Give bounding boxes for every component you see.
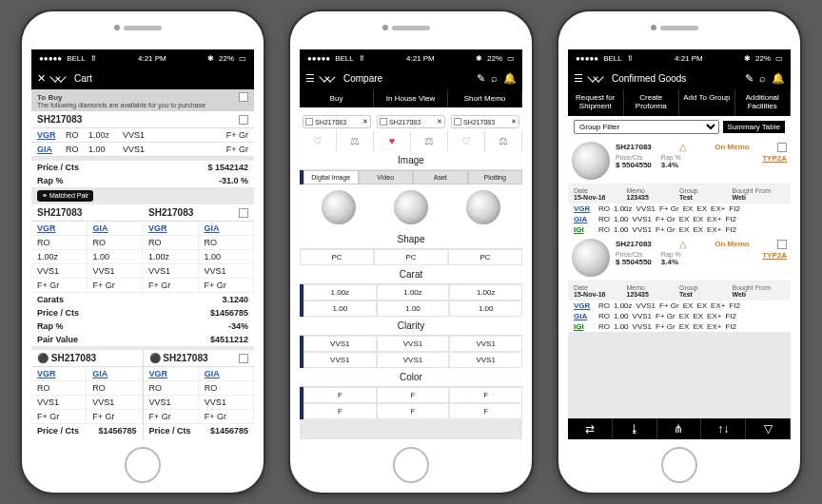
heart-icon-2[interactable]: ♥ xyxy=(374,131,411,151)
bottom-action-bar: ⇄ ⭳ ⋔ ↑↓ ▽ xyxy=(568,418,791,439)
compare-action-icons: ♡⚖ ♥⚖ ♡⚖ xyxy=(300,131,522,151)
group-filter-select[interactable]: Group Filter xyxy=(574,120,719,134)
status-bar: ●●●●●BELL⥣ 4:21 PM ✱22%▭ xyxy=(31,49,254,67)
half-sku-a[interactable]: ⚫ SH217083 xyxy=(31,350,143,367)
sku-row[interactable]: SH217083 xyxy=(31,111,254,128)
bell-icon[interactable]: 🔔 xyxy=(772,72,785,85)
menu-icon[interactable]: ☰ xyxy=(305,72,315,85)
app-header: ☰ Compare ✎ ⌕ 🔔 xyxy=(300,67,522,89)
page-title: Cart xyxy=(74,73,92,84)
tab-buy[interactable]: Buy xyxy=(300,89,374,107)
section-clarity: Clarity xyxy=(300,317,522,336)
compare-tab-1[interactable]: SH217083✕ xyxy=(303,115,371,128)
diamond-image[interactable] xyxy=(466,190,500,224)
tab-proforma[interactable]: Create Proforma xyxy=(624,89,680,116)
tab-facilities[interactable]: Additional Facilities xyxy=(735,89,792,116)
tab-shipment[interactable]: Request for Shipment xyxy=(568,89,624,116)
pair-sku-b[interactable]: SH217083 xyxy=(143,204,254,222)
menu-icon[interactable]: ☰ xyxy=(574,72,583,85)
media-tab-digital[interactable]: Digital Image xyxy=(303,170,359,184)
sort-icon[interactable]: ↑↓ xyxy=(701,418,746,439)
confirmed-item[interactable]: SH217083△On Memo Price/Cts$ 5504550 Rap … xyxy=(568,138,791,184)
status-bar: ●●●●●BELL⥣ 4:21 PM ✱22%▭ xyxy=(568,49,791,67)
logo-icon xyxy=(589,73,606,83)
share-icon[interactable]: ⋔ xyxy=(657,418,702,439)
pair-grade-table: VGRGIAVGRGIA RORORORO 1.00z1.001.00z1.00… xyxy=(31,222,254,293)
filter-icon[interactable]: ▽ xyxy=(746,418,791,439)
media-tab-video[interactable]: Video xyxy=(359,170,414,184)
close-icon[interactable]: ✕ xyxy=(37,72,46,85)
gavel-icon-3[interactable]: ⚖ xyxy=(485,131,522,151)
tab-inhouse[interactable]: In House View xyxy=(374,89,448,107)
to-buy-header: To Buy The following diamonds are availa… xyxy=(31,89,254,111)
edit-icon[interactable]: ✎ xyxy=(745,72,754,85)
search-icon[interactable]: ⌕ xyxy=(759,72,766,84)
confirmed-item[interactable]: SH217083△On Memo Price/Cts$ 5504550 Rap … xyxy=(568,235,791,281)
section-color: Color xyxy=(300,368,522,387)
media-tab-plotting[interactable]: Plotting xyxy=(468,170,523,184)
warning-icon: △ xyxy=(679,239,687,249)
compare-tab-3[interactable]: SH217083✕ xyxy=(451,115,519,128)
gavel-icon-2[interactable]: ⚖ xyxy=(411,131,448,151)
rap-row: Rap %-31.0 % xyxy=(31,174,254,187)
warning-icon: △ xyxy=(679,142,687,152)
page-title: Confirmed Goods xyxy=(612,73,686,84)
search-icon[interactable]: ⌕ xyxy=(491,72,498,84)
summary-table-button[interactable]: Summary Table xyxy=(723,121,785,133)
bell-icon[interactable]: 🔔 xyxy=(503,72,517,85)
media-tabs: Digital Image Video Aset Plotting xyxy=(300,170,522,184)
gavel-icon-1[interactable]: ⚖ xyxy=(337,131,374,151)
exchange-icon[interactable]: ⇄ xyxy=(568,418,613,439)
heart-icon-3[interactable]: ♡ xyxy=(448,131,485,151)
tab-memo[interactable]: Short Memo xyxy=(448,89,522,107)
pair-sku-a[interactable]: SH217083 xyxy=(31,204,143,222)
item-checkbox[interactable] xyxy=(239,115,248,125)
section-carat: Carat xyxy=(300,265,522,284)
diamond-image[interactable] xyxy=(322,190,356,224)
section-image: Image xyxy=(300,151,522,170)
diamond-image[interactable] xyxy=(394,190,428,224)
compare-tab-2[interactable]: SH217083✕ xyxy=(377,115,445,128)
heart-icon-1[interactable]: ♡ xyxy=(300,131,337,151)
status-bar: ●●●●●BELL⥣ 4:21 PM ✱22%▭ xyxy=(300,49,522,67)
app-header: ✕ Cart xyxy=(31,67,254,89)
diamond-image[interactable] xyxy=(572,142,610,180)
grade-row-vgr: VGR RO 1.00z VVS1 F+ Gr xyxy=(31,128,254,143)
edit-icon[interactable]: ✎ xyxy=(477,72,485,85)
section-shape: Shape xyxy=(300,230,522,249)
download-icon[interactable]: ⭳ xyxy=(613,418,657,439)
item-checkbox[interactable] xyxy=(777,143,787,152)
app-header: ☰ Confirmed Goods ✎ ⌕ 🔔 xyxy=(568,67,791,89)
grade-row-gia: GIA RO 1.00 VVS1 F+ Gr xyxy=(31,143,254,157)
media-tab-aset[interactable]: Aset xyxy=(413,170,468,184)
diamond-images xyxy=(300,184,522,230)
page-title: Compare xyxy=(343,73,382,84)
select-all-checkbox[interactable] xyxy=(239,92,248,102)
compare-sku-tabs: SH217083✕ SH217083✕ SH217083✕ xyxy=(300,112,522,131)
matched-pair-badge: ⚭ Matched Pair xyxy=(37,190,93,202)
view-tabs: Buy In House View Short Memo xyxy=(300,89,522,107)
action-tabs: Request for Shipment Create Proforma Add… xyxy=(568,89,791,116)
tab-addgroup[interactable]: Add To Group xyxy=(679,89,735,116)
diamond-image[interactable] xyxy=(572,239,610,277)
logo-icon xyxy=(321,73,338,83)
price-row: Price / Cts$ 1542142 xyxy=(31,161,254,174)
logo-icon xyxy=(51,73,68,83)
